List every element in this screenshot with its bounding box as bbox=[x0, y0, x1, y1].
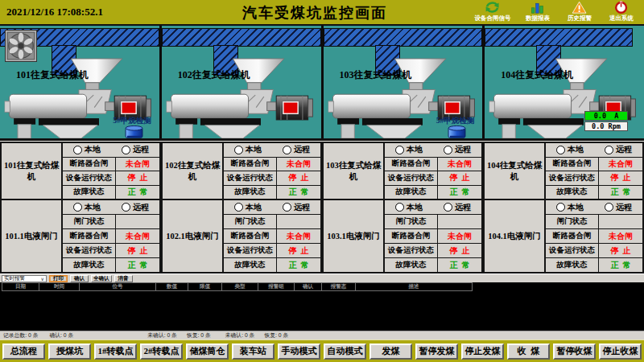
remote-radio-circle[interactable] bbox=[122, 146, 130, 154]
feeder-label: 103往复式给煤机 bbox=[340, 68, 412, 82]
local-radio[interactable]: 本地 bbox=[395, 202, 423, 213]
status-value: 停 止 bbox=[277, 171, 320, 185]
remote-radio[interactable]: 远程 bbox=[283, 144, 310, 155]
local-radio-circle[interactable] bbox=[234, 146, 243, 154]
alarm-status-item: 记录总数: 0 条 bbox=[3, 331, 38, 339]
alarm-table-header-row: 日期时间位号数值限值类型报警组确认报警态描述 bbox=[0, 282, 644, 291]
nav-button-5[interactable]: 装车站 bbox=[232, 343, 275, 360]
alarm-filter-select[interactable]: 实时报警 ∨ bbox=[2, 275, 47, 282]
local-radio-circle[interactable] bbox=[73, 203, 82, 212]
status-value: 停 止 bbox=[116, 244, 159, 257]
status-value: 停 止 bbox=[116, 171, 159, 185]
nav-button-0[interactable]: 总流程 bbox=[2, 343, 45, 360]
status-value: 正 常 bbox=[116, 186, 159, 200]
nav-button-1[interactable]: 授煤坑 bbox=[48, 343, 91, 360]
remote-radio-circle[interactable] bbox=[122, 203, 130, 212]
page-title: 汽车受煤坑监控画面 bbox=[242, 3, 387, 23]
status-label: 故障状态 bbox=[546, 186, 599, 200]
timestamp: 2021/12/16 17:08:52.1 bbox=[6, 6, 103, 19]
alarm-print-button[interactable]: 打印 bbox=[49, 275, 68, 282]
local-radio[interactable]: 本地 bbox=[234, 202, 262, 213]
local-radio[interactable]: 本地 bbox=[73, 144, 101, 155]
local-radio-circle[interactable] bbox=[73, 146, 82, 154]
remote-radio[interactable]: 远程 bbox=[122, 144, 149, 155]
remote-radio[interactable]: 远程 bbox=[283, 202, 310, 213]
remote-radio[interactable]: 远程 bbox=[444, 202, 471, 213]
alarm-toolbar: 实时报警 ∨ 打印确认全确认消音 bbox=[0, 274, 644, 282]
status-row: 故障状态正 常 bbox=[63, 186, 159, 200]
alarm-ack-button[interactable]: 确认 bbox=[70, 275, 89, 282]
status-row: 故障状态正 常 bbox=[224, 258, 320, 272]
nav-button-7[interactable]: 自动模式 bbox=[324, 343, 366, 360]
feeder-label: 101往复式给煤机 bbox=[16, 68, 89, 82]
status-row: 设备运行状态停 止 bbox=[63, 171, 159, 186]
feeder-panel-104: 104往复式给煤机 0.0 A 0.0 Rpm bbox=[485, 26, 644, 138]
local-radio[interactable]: 本地 bbox=[234, 144, 262, 155]
status-row: 断路器合闸未合闸 bbox=[63, 158, 159, 172]
local-radio-circle[interactable] bbox=[556, 146, 565, 154]
status-row: 故障状态正 常 bbox=[224, 186, 320, 200]
mode-radio-row: 本地远程 bbox=[224, 200, 320, 215]
status-value bbox=[277, 215, 320, 228]
status-value: 正 常 bbox=[277, 186, 320, 200]
alarm-mute-button[interactable]: 消音 bbox=[114, 275, 133, 282]
remote-radio-circle[interactable] bbox=[444, 203, 452, 212]
nav-button-4[interactable]: 储煤筒仓 bbox=[186, 343, 229, 360]
status-label: 断路器合闸 bbox=[385, 158, 438, 171]
local-radio-circle[interactable] bbox=[395, 146, 404, 154]
remote-radio-circle[interactable] bbox=[605, 203, 613, 212]
local-radio-circle[interactable] bbox=[234, 203, 243, 212]
nav-button-11[interactable]: 收 煤 bbox=[507, 343, 550, 360]
status-label: 断路器合闸 bbox=[224, 158, 277, 171]
status-label: 故障状态 bbox=[63, 258, 116, 272]
nav-button-8[interactable]: 发煤 bbox=[369, 343, 412, 360]
nav-button-2[interactable]: 1#转载点 bbox=[94, 343, 137, 360]
status-value: 正 常 bbox=[599, 186, 642, 200]
status-value: 停 止 bbox=[599, 171, 642, 185]
remote-radio-circle[interactable] bbox=[444, 146, 452, 154]
remote-radio[interactable]: 远程 bbox=[605, 144, 632, 155]
tool-label: 数据报表 bbox=[526, 14, 550, 23]
status-label: 故障状态 bbox=[546, 258, 599, 272]
alarm-column-header: 限值 bbox=[188, 282, 222, 291]
remote-radio-circle[interactable] bbox=[605, 146, 613, 154]
alarm-ack-all-button[interactable]: 全确认 bbox=[91, 275, 112, 282]
remote-radio-circle[interactable] bbox=[283, 146, 291, 154]
local-radio-circle[interactable] bbox=[395, 203, 404, 212]
data-report-button[interactable]: 数据报表 bbox=[517, 1, 559, 23]
status-row: 断路器合闸未合闸 bbox=[546, 229, 642, 244]
bar-chart-icon bbox=[530, 1, 545, 14]
nav-button-6[interactable]: 手动模式 bbox=[278, 343, 320, 360]
local-radio-label: 本地 bbox=[568, 144, 584, 155]
local-radio[interactable]: 本地 bbox=[556, 202, 584, 213]
remote-radio[interactable]: 远程 bbox=[605, 202, 632, 213]
history-alarm-button[interactable]: 历史报警 bbox=[559, 1, 601, 23]
control-column-104: 104往复式给煤机本地远程断路器合闸未合闸设备运行状态停 止故障状态正 常104… bbox=[483, 142, 644, 274]
local-radio[interactable]: 本地 bbox=[395, 144, 423, 155]
nav-button-13[interactable]: 停止收煤 bbox=[599, 343, 642, 360]
status-label: 闸门状态 bbox=[63, 215, 116, 228]
mode-radio-row: 本地远程 bbox=[546, 143, 642, 158]
nav-button-3[interactable]: 2#转载点 bbox=[140, 343, 183, 360]
chevron-down-icon: ∨ bbox=[41, 276, 44, 282]
local-radio-label: 本地 bbox=[407, 144, 423, 155]
local-radio-label: 本地 bbox=[85, 144, 101, 155]
status-label: 闸门状态 bbox=[546, 215, 599, 228]
remote-radio[interactable]: 远程 bbox=[122, 202, 149, 213]
feeder-panel-102: 102往复式给煤机 bbox=[162, 26, 324, 138]
local-radio-circle[interactable] bbox=[556, 203, 565, 212]
control-status-section: 101往复式给煤机本地远程断路器合闸未合闸设备运行状态停 止故障状态正 常101… bbox=[0, 141, 644, 274]
exit-system-button[interactable]: 退出系统 bbox=[601, 1, 642, 23]
remote-radio[interactable]: 远程 bbox=[444, 144, 471, 155]
nav-button-10[interactable]: 停止发煤 bbox=[461, 343, 504, 360]
device-close-signal-button[interactable]: 设备合闸信号 bbox=[469, 1, 517, 23]
local-radio-label: 本地 bbox=[568, 202, 584, 213]
local-radio[interactable]: 本地 bbox=[73, 202, 101, 213]
local-radio[interactable]: 本地 bbox=[556, 144, 584, 155]
remote-radio-circle[interactable] bbox=[283, 203, 291, 212]
remote-radio-label: 远程 bbox=[455, 144, 471, 155]
status-row: 闸门状态 bbox=[385, 215, 481, 229]
rpm-meter: 0.0 Rpm bbox=[584, 121, 628, 131]
nav-button-12[interactable]: 暂停收煤 bbox=[553, 343, 596, 360]
nav-button-9[interactable]: 暂停发煤 bbox=[415, 343, 458, 360]
